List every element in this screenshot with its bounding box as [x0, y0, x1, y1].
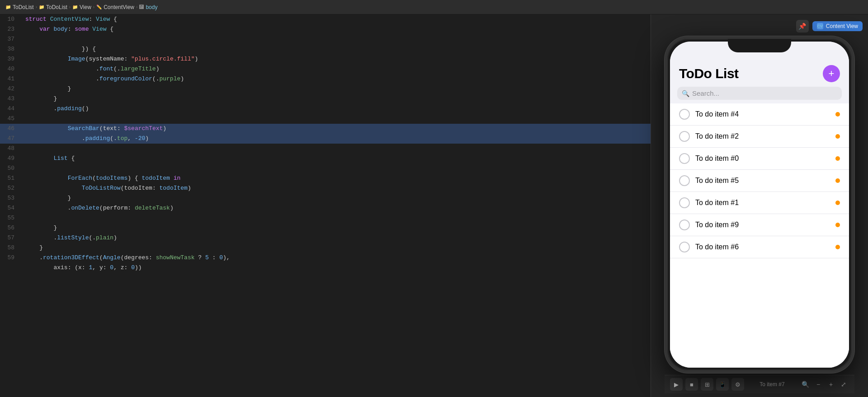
line-number: 54: [0, 203, 22, 213]
todo-item-3[interactable]: To do item #0: [670, 148, 849, 170]
todo-dot-1: [835, 112, 840, 117]
code-line: 58 }: [0, 243, 651, 253]
code-content: .onDelete(perform: deleteTask): [22, 203, 651, 213]
device-button[interactable]: 📱: [716, 378, 729, 391]
zoom-fit-button[interactable]: 🔍: [800, 379, 811, 390]
breadcrumb-item-3[interactable]: View: [80, 4, 91, 10]
line-number: 10: [0, 14, 22, 24]
todo-circle-5: [679, 197, 690, 208]
todo-circle-3: [679, 153, 690, 164]
todo-item-5[interactable]: To do item #1: [670, 192, 849, 214]
pin-button[interactable]: 📌: [796, 20, 809, 33]
line-number: 41: [0, 74, 22, 84]
todo-item-2[interactable]: To do item #2: [670, 126, 849, 148]
todo-circle-2: [679, 131, 690, 142]
code-content: List {: [22, 154, 651, 163]
todo-circle-4: [679, 175, 690, 186]
code-line: axis: (x: 1, y: 0, z: 0)): [0, 263, 651, 273]
code-content: SearchBar(text: $searchText): [22, 124, 651, 134]
line-number: 51: [0, 173, 22, 183]
todo-item-1[interactable]: To do item #4: [670, 103, 849, 126]
breadcrumb-item-4[interactable]: ContentView: [104, 4, 134, 10]
add-button[interactable]: +: [823, 65, 840, 82]
line-number: 43: [0, 94, 22, 104]
content-view-tab[interactable]: CV Content View: [812, 21, 863, 31]
code-line: 54 .onDelete(perform: deleteTask): [0, 203, 651, 213]
content-view-tab-icon: CV: [817, 23, 823, 29]
zoom-in-button[interactable]: +: [826, 379, 836, 390]
code-line: 56 }: [0, 223, 651, 233]
code-line: 23 var body: some View {: [0, 24, 651, 34]
add-icon: +: [829, 68, 835, 79]
main-layout: 10 struct ContentView: View { 23 var bod…: [0, 14, 868, 397]
grid-icon: ⊞: [705, 381, 710, 388]
code-content: .rotation3DEffect(Angle(degrees: showNew…: [22, 253, 651, 263]
code-content: }: [22, 193, 651, 203]
zoom-out-icon: −: [816, 381, 820, 388]
todo-item-label-6: To do item #9: [695, 221, 739, 229]
stop-icon: ■: [690, 381, 693, 388]
code-content: Image(systemName: "plus.circle.fill"): [22, 54, 651, 64]
code-line: 41 .foregroundColor(.purple): [0, 74, 651, 84]
zoom-fit-icon: 🔍: [802, 381, 809, 388]
top-bar: 📁 ToDoList › 📁 ToDoList › 📁 View › ✏️ Co…: [0, 0, 868, 14]
breadcrumb-item-2[interactable]: ToDoList: [46, 4, 67, 10]
todo-item-left-2: To do item #2: [679, 131, 739, 142]
folder-icon-3: 📁: [72, 5, 78, 9]
search-bar[interactable]: 🔍 Search...: [677, 87, 842, 100]
breadcrumb-item-1[interactable]: ToDoList: [13, 4, 34, 10]
pin-icon: 📌: [798, 23, 806, 30]
todo-item-6[interactable]: To do item #9: [670, 214, 849, 236]
file-icon: ✏️: [96, 5, 102, 9]
breadcrumb: 📁 ToDoList › 📁 ToDoList › 📁 View › ✏️ Co…: [5, 4, 157, 10]
stop-button[interactable]: ■: [685, 378, 698, 391]
zoom-out-button[interactable]: −: [813, 379, 824, 390]
code-line: 45: [0, 114, 651, 124]
line-number: 45: [0, 114, 22, 124]
breadcrumb-item-5[interactable]: body: [146, 4, 157, 10]
line-number: 48: [0, 144, 22, 154]
settings-button[interactable]: ⚙: [731, 378, 744, 391]
todo-item-7[interactable]: To do item #6: [670, 236, 849, 258]
app-header: ToDo List +: [670, 61, 849, 84]
code-content: }: [22, 94, 651, 104]
line-number: 49: [0, 154, 22, 163]
code-line: 49 List {: [0, 154, 651, 163]
line-number: 50: [0, 163, 22, 173]
code-area[interactable]: 10 struct ContentView: View { 23 var bod…: [0, 14, 651, 397]
line-number: 57: [0, 233, 22, 243]
zoom-expand-button[interactable]: ⤢: [838, 379, 849, 390]
code-content: axis: (x: 1, y: 0, z: 0)): [22, 263, 651, 273]
line-number: 38: [0, 44, 22, 54]
property-icon: 🅿: [139, 5, 144, 9]
play-button[interactable]: ▶: [670, 378, 683, 391]
zoom-in-icon: +: [829, 381, 833, 388]
code-line: 10 struct ContentView: View {: [0, 14, 651, 24]
grid-button[interactable]: ⊞: [701, 378, 713, 391]
bottom-left-controls: ▶ ■ ⊞ 📱 ⚙: [670, 378, 744, 391]
todo-item-label-2: To do item #2: [695, 132, 739, 140]
todo-dot-4: [835, 178, 840, 183]
todo-circle-7: [679, 242, 690, 252]
line-number: 46: [0, 124, 22, 134]
search-icon: 🔍: [682, 90, 689, 97]
code-content: }) {: [22, 44, 651, 54]
todo-item-label-7: To do item #6: [695, 243, 739, 251]
todo-item-label-5: To do item #1: [695, 199, 739, 207]
code-line: 44 .padding(): [0, 104, 651, 114]
folder-icon-1: 📁: [5, 5, 11, 9]
code-line-highlighted-46: 46 SearchBar(text: $searchText): [0, 124, 651, 134]
code-line: 59 .rotation3DEffect(Angle(degrees: show…: [0, 253, 651, 263]
code-line: 51 ForEach(todoItems) { todoItem in: [0, 173, 651, 183]
todo-item-left-6: To do item #9: [679, 220, 739, 230]
app-content: ToDo List + 🔍 Search... To do: [670, 61, 849, 368]
todo-dot-6: [835, 223, 840, 227]
code-line: 52 ToDoListRow(todoItem: todoItem): [0, 183, 651, 193]
code-content: }: [22, 84, 651, 94]
todo-dot-7: [835, 245, 840, 249]
code-content: ToDoListRow(todoItem: todoItem): [22, 183, 651, 193]
todo-dot-2: [835, 134, 840, 139]
code-content: ForEach(todoItems) { todoItem in: [22, 173, 651, 183]
phone-notch: [728, 39, 791, 52]
todo-item-4[interactable]: To do item #5: [670, 170, 849, 192]
